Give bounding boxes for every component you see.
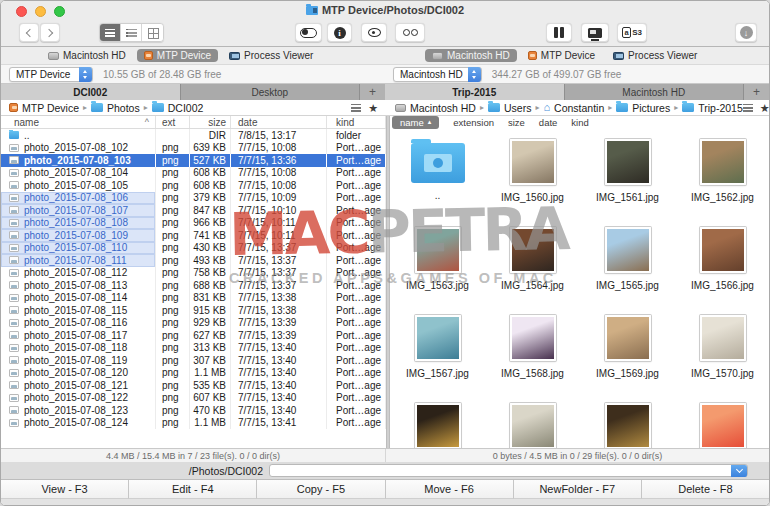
table-row[interactable]: photo_2015-07-08_116png929 KB7/7/15, 13:… — [1, 317, 386, 330]
favorite-star-icon[interactable]: ★ — [760, 103, 769, 113]
right-tab-process-viewer[interactable]: Process Viewer — [606, 49, 704, 62]
parent-folder-item[interactable]: .. — [390, 139, 485, 227]
favorite-star-icon[interactable]: ★ — [368, 103, 378, 113]
left-folder-tab-dci002[interactable]: DCI002 — [1, 84, 181, 100]
photo-item[interactable]: IMG_1570.jpg — [675, 315, 769, 403]
table-row[interactable]: photo_2015-07-08_120png1.1 MB7/7/15, 13:… — [1, 367, 386, 380]
photo-item[interactable]: IMG_1562.jpg — [675, 139, 769, 227]
table-row[interactable]: photo_2015-07-08_119png307 KB7/7/15, 13:… — [1, 354, 386, 367]
table-row[interactable]: photo_2015-07-08_121png535 KB7/7/15, 13:… — [1, 379, 386, 392]
right-folder-tab-macintosh-hd[interactable]: Macintosh HD — [565, 84, 745, 100]
right-folder-tab-trip-2015[interactable]: Trip-2015 — [385, 84, 565, 100]
left-new-tab-button[interactable]: + — [360, 84, 385, 100]
table-row[interactable]: photo_2015-07-08_118png313 KB7/7/15, 13:… — [1, 342, 386, 355]
photo-item[interactable]: IMG_1561.jpg — [580, 139, 675, 227]
breadcrumb-trip-2015[interactable]: Trip-2015 — [682, 102, 743, 114]
table-row[interactable]: photo_2015-07-08_114png831 KB7/7/15, 13:… — [1, 292, 386, 305]
table-row[interactable]: photo_2015-07-08_105png608 KB7/7/15, 10:… — [1, 179, 386, 192]
table-row[interactable]: photo_2015-07-08_111png493 KB7/7/15, 13:… — [1, 254, 386, 267]
path-dropdown-button[interactable] — [731, 465, 747, 477]
s3-button[interactable]: aS3 — [617, 23, 647, 42]
back-button[interactable] — [19, 23, 39, 42]
photo-item[interactable]: IMG_1566.jpg — [675, 227, 769, 315]
right-new-tab-button[interactable]: + — [744, 84, 769, 100]
fkey-button-7[interactable]: NewFolder - F7 — [514, 480, 642, 499]
left-drive-dropdown[interactable]: MTP Device — [9, 67, 93, 82]
command-line-input[interactable] — [269, 464, 748, 477]
breadcrumb-pictures[interactable]: Pictures — [616, 102, 670, 114]
cell-kind: Port…age — [327, 242, 386, 255]
table-row[interactable]: photo_2015-07-08_115png915 KB7/7/15, 13:… — [1, 304, 386, 317]
column-header-name[interactable]: name▴ — [392, 116, 439, 129]
table-row[interactable]: photo_2015-07-08_107png847 KB7/7/15, 10:… — [1, 204, 386, 217]
fkey-button-4[interactable]: Edit - F4 — [129, 480, 257, 499]
right-tab-macintosh-hd[interactable]: Macintosh HD — [425, 49, 517, 62]
table-row[interactable]: photo_2015-07-08_124png1.1 MB7/7/15, 13:… — [1, 417, 386, 430]
table-row[interactable]: photo_2015-07-08_113png688 KB7/7/15, 13:… — [1, 279, 386, 292]
photo-item[interactable] — [580, 403, 675, 448]
fkey-button-5[interactable]: Copy - F5 — [257, 480, 385, 499]
forward-button[interactable] — [40, 23, 60, 42]
column-header-date[interactable]: date — [231, 116, 327, 128]
column-header-size[interactable]: size — [508, 117, 525, 128]
breadcrumb-mtp-device[interactable]: MTP Device — [9, 102, 79, 114]
photo-item[interactable] — [675, 403, 769, 448]
detail-view-button[interactable] — [121, 24, 142, 41]
photo-item[interactable]: IMG_1560.jpg — [485, 139, 580, 227]
breadcrumb-photos[interactable]: Photos — [91, 102, 140, 114]
image-file-icon — [9, 181, 19, 189]
table-row[interactable]: photo_2015-07-08_112png758 KB7/7/15, 13:… — [1, 267, 386, 280]
table-row[interactable]: photo_2015-07-08_117png627 KB7/7/15, 13:… — [1, 329, 386, 342]
column-header-kind[interactable]: kind — [327, 116, 386, 128]
left-tab-process-viewer[interactable]: Process Viewer — [222, 49, 320, 62]
table-row[interactable]: photo_2015-07-08_104png608 KB7/7/15, 10:… — [1, 167, 386, 180]
breadcrumb-constantin[interactable]: ⌂Constantin — [543, 102, 604, 114]
left-folder-tab-desktop[interactable]: Desktop — [181, 84, 361, 100]
photo-item[interactable]: IMG_1567.jpg — [390, 315, 485, 403]
path-list-icon[interactable] — [351, 104, 361, 112]
table-row[interactable]: photo_2015-07-08_103png527 KB7/7/15, 13:… — [1, 154, 386, 167]
fkey-button-8[interactable]: Delete - F8 — [642, 480, 769, 499]
breadcrumb-users[interactable]: Users — [488, 102, 531, 114]
list-view-button[interactable] — [100, 24, 121, 41]
column-header-kind[interactable]: kind — [571, 117, 588, 128]
network-button[interactable] — [581, 23, 609, 42]
left-tab-macintosh-hd[interactable]: Macintosh HD — [41, 49, 133, 62]
photo-item[interactable]: IMG_1563.jpg — [390, 227, 485, 315]
breadcrumb-dci002[interactable]: DCI002 — [152, 102, 204, 114]
path-list-icon[interactable] — [743, 104, 753, 112]
eject-button[interactable]: ↓ — [735, 23, 757, 42]
right-tab-mtp-device[interactable]: MTP Device — [521, 49, 602, 62]
photo-item[interactable]: IMG_1569.jpg — [580, 315, 675, 403]
left-tab-mtp-device[interactable]: MTP Device — [137, 49, 218, 62]
preview-button[interactable] — [361, 23, 387, 42]
table-row[interactable]: photo_2015-07-08_109png741 KB7/7/15, 10:… — [1, 229, 386, 242]
table-row[interactable]: photo_2015-07-08_122png607 KB7/7/15, 13:… — [1, 392, 386, 405]
photo-item[interactable]: IMG_1564.jpg — [485, 227, 580, 315]
table-row[interactable]: photo_2015-07-08_102png639 KB7/7/15, 10:… — [1, 142, 386, 155]
fkey-button-3[interactable]: View - F3 — [1, 480, 129, 499]
table-row[interactable]: photo_2015-07-08_123png470 KB7/7/15, 13:… — [1, 404, 386, 417]
table-row[interactable]: photo_2015-07-08_108png966 KB7/7/15, 10:… — [1, 217, 386, 230]
photo-item[interactable] — [485, 403, 580, 448]
info-button[interactable]: i — [327, 23, 352, 42]
table-row[interactable]: photo_2015-07-08_110png430 KB7/7/15, 13:… — [1, 242, 386, 255]
column-header-extension[interactable]: extension — [453, 117, 494, 128]
column-header-date[interactable]: date — [539, 117, 558, 128]
fkey-button-6[interactable]: Move - F6 — [386, 480, 514, 499]
column-header-name[interactable]: name^ — [1, 116, 156, 128]
right-drive-dropdown[interactable]: Macintosh HD — [393, 67, 482, 82]
dual-pane-button[interactable] — [546, 23, 572, 42]
column-header-ext[interactable]: ext — [156, 116, 190, 128]
toggle-hidden-files-button[interactable] — [295, 23, 322, 42]
photo-item[interactable]: IMG_1568.jpg — [485, 315, 580, 403]
photo-item[interactable] — [390, 403, 485, 448]
photo-item[interactable]: IMG_1565.jpg — [580, 227, 675, 315]
table-row[interactable]: ..DIR7/8/15, 13:17folder — [1, 129, 386, 142]
table-row[interactable]: photo_2015-07-08_106png379 KB7/7/15, 10:… — [1, 192, 386, 205]
column-header-size[interactable]: size — [190, 116, 231, 128]
breadcrumb-macintosh-hd[interactable]: Macintosh HD — [395, 102, 476, 114]
grid-view-button[interactable] — [142, 24, 163, 41]
search-button[interactable] — [395, 23, 425, 42]
image-file-icon — [9, 419, 19, 427]
